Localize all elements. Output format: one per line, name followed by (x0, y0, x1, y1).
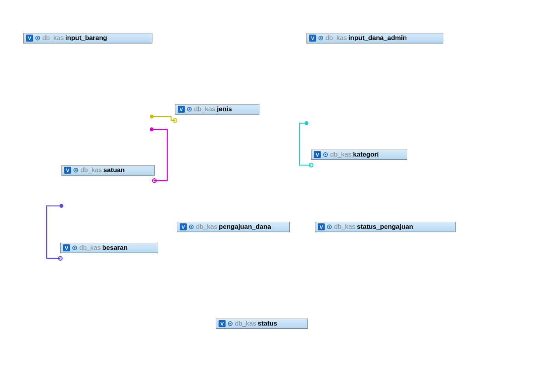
gear-icon[interactable] (35, 35, 41, 41)
relations-layer (0, 0, 560, 392)
schema-label: db_kas (330, 151, 352, 159)
svg-point-15 (75, 169, 77, 171)
v-icon: V (318, 223, 325, 230)
table-name: kategori (353, 151, 379, 159)
v-icon: V (64, 167, 71, 174)
table-status-pengajuan[interactable]: V db_kas status_pengajuan (315, 222, 456, 232)
schema-label: db_kas (326, 34, 347, 42)
svg-point-4 (60, 204, 63, 208)
svg-point-6 (304, 121, 308, 125)
svg-point-11 (189, 108, 190, 110)
table-name: satuan (103, 166, 125, 174)
table-input-dana-admin[interactable]: V db_kas input_dana_admin (306, 33, 443, 44)
schema-label: db_kas (42, 34, 64, 42)
table-name: pengajuan_dana (219, 223, 271, 231)
v-icon: V (178, 106, 185, 113)
svg-point-9 (37, 37, 38, 39)
svg-point-25 (229, 323, 231, 324)
v-icon: V (180, 223, 187, 230)
table-status[interactable]: V db_kas status (216, 319, 308, 329)
table-name: besaran (102, 244, 128, 252)
table-header[interactable]: V db_kas kategori (312, 150, 407, 160)
schema-label: db_kas (334, 223, 355, 231)
table-name: jenis (217, 105, 232, 113)
gear-icon[interactable] (227, 321, 233, 327)
table-kategori[interactable]: V db_kas kategori (311, 150, 407, 160)
svg-point-0 (150, 115, 154, 118)
v-icon: V (314, 151, 321, 158)
erd-canvas: V db_kas input_barang V db_kas jenis V d… (0, 0, 560, 392)
gear-icon[interactable] (322, 152, 329, 158)
table-name: status_pengajuan (357, 223, 413, 231)
svg-point-1 (173, 118, 177, 122)
svg-point-17 (325, 154, 326, 155)
svg-point-21 (191, 226, 192, 228)
gear-icon[interactable] (186, 106, 192, 112)
gear-icon[interactable] (318, 35, 324, 41)
schema-label: db_kas (196, 223, 217, 231)
table-header[interactable]: V db_kas satuan (62, 166, 154, 175)
gear-icon[interactable] (326, 224, 332, 230)
table-besaran[interactable]: V db_kas besaran (60, 243, 158, 253)
svg-point-3 (152, 179, 156, 183)
gear-icon[interactable] (72, 245, 78, 251)
schema-label: db_kas (235, 320, 256, 328)
v-icon: V (219, 320, 226, 327)
table-pengajuan-dana[interactable]: V db_kas pengajuan_dana (177, 222, 290, 232)
schema-label: db_kas (194, 105, 215, 113)
gear-icon[interactable] (73, 167, 79, 173)
svg-point-13 (320, 37, 322, 39)
schema-label: db_kas (80, 166, 102, 174)
table-input-barang[interactable]: V db_kas input_barang (23, 33, 152, 44)
svg-point-2 (150, 127, 154, 131)
gear-icon[interactable] (188, 224, 194, 230)
table-header[interactable]: V db_kas input_dana_admin (307, 33, 443, 43)
v-icon: V (26, 35, 33, 42)
table-name: status (258, 320, 277, 328)
table-name: input_barang (65, 34, 107, 42)
table-header[interactable]: V db_kas input_barang (24, 33, 152, 43)
schema-label: db_kas (79, 244, 101, 252)
svg-point-5 (58, 256, 62, 260)
table-name: input_dana_admin (348, 34, 407, 42)
table-satuan[interactable]: V db_kas satuan (61, 165, 155, 176)
svg-point-19 (74, 247, 75, 249)
table-header[interactable]: V db_kas besaran (61, 243, 158, 253)
svg-point-23 (329, 226, 330, 228)
table-jenis[interactable]: V db_kas jenis (175, 104, 259, 115)
v-icon: V (309, 35, 316, 42)
table-header[interactable]: V db_kas pengajuan_dana (177, 222, 289, 232)
svg-point-7 (309, 163, 313, 167)
v-icon: V (63, 244, 70, 251)
table-header[interactable]: V db_kas status_pengajuan (315, 222, 455, 232)
table-header[interactable]: V db_kas jenis (175, 105, 259, 114)
table-header[interactable]: V db_kas status (216, 319, 307, 329)
